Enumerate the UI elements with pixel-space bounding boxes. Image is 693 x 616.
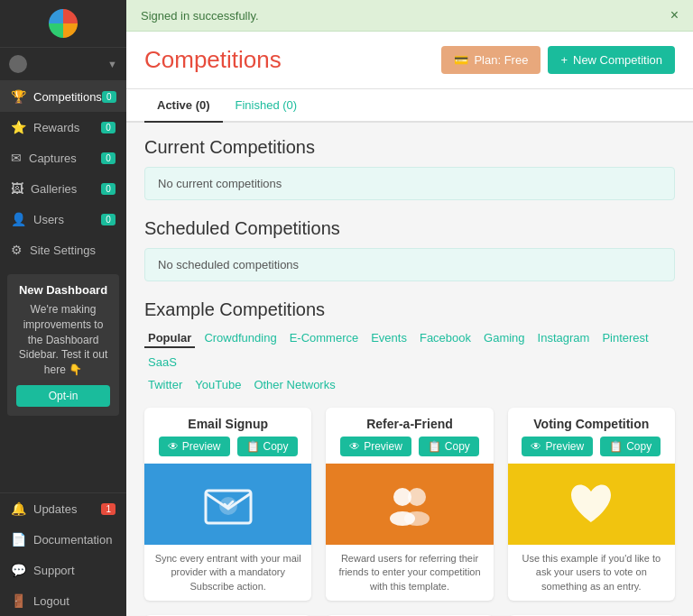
sidebar-item-label: Users (33, 213, 64, 226)
main-content: Signed in successfully. × Competitions 💳… (126, 0, 693, 616)
card-description: Use this example if you'd like to ask yo… (508, 545, 675, 601)
eye-icon: 👁 (349, 440, 360, 453)
card-email-signup: Email Signup 👁 Preview 📋 Copy (144, 408, 311, 601)
eye-icon: 👁 (168, 440, 179, 453)
card-description: Reward users for referring their friends… (326, 545, 493, 601)
preview-label: Preview (545, 440, 584, 453)
plan-label: Plan: Free (474, 53, 528, 67)
app-logo-icon (49, 9, 78, 38)
rewards-icon: ⭐ (11, 120, 26, 134)
copy-icon: 📋 (609, 440, 623, 453)
updates-icon: 🔔 (11, 501, 26, 516)
preview-button[interactable]: 👁 Preview (340, 437, 411, 456)
sidebar-item-competitions[interactable]: 🏆 Competitions 0 (0, 81, 126, 112)
sidebar-item-rewards[interactable]: ⭐ Rewards 0 (0, 112, 126, 143)
filter-tab-other-networks[interactable]: Other Networks (250, 376, 338, 393)
sidebar-item-captures[interactable]: ✉ Captures 0 (0, 143, 126, 173)
filter-tab-popular[interactable]: Popular (144, 329, 195, 348)
sidebar-item-label: Competitions (33, 90, 102, 104)
preview-label: Preview (182, 440, 221, 453)
svg-point-5 (404, 511, 430, 526)
copy-button[interactable]: 📋 Copy (237, 437, 298, 456)
card-refer-a-friend: Refer-a-Friend 👁 Preview 📋 Copy (326, 408, 493, 601)
copy-button[interactable]: 📋 Copy (600, 437, 661, 456)
current-competitions-title: Current Competitions (144, 137, 675, 158)
alert-message: Signed in successfully. (141, 9, 259, 23)
opt-in-button[interactable]: Opt-in (16, 385, 110, 407)
scheduled-competitions-title: Scheduled Competitions (144, 218, 675, 239)
site-settings-icon: ⚙ (11, 243, 23, 257)
galleries-icon: 🖼 (11, 181, 23, 196)
sidebar-item-label: Captures (29, 152, 77, 165)
rewards-badge: 0 (101, 122, 116, 133)
sidebar-item-label: Galleries (31, 182, 77, 196)
content-header: Competitions 💳 Plan: Free + New Competit… (126, 32, 693, 89)
avatar (9, 55, 27, 73)
card-buttons: 👁 Preview 📋 Copy (508, 437, 675, 464)
filter-tab-pinterest[interactable]: Pinterest (598, 329, 651, 348)
sidebar-item-label: Rewards (33, 121, 79, 134)
filter-tab-youtube[interactable]: YouTube (191, 376, 245, 393)
plan-icon: 💳 (454, 53, 468, 67)
plus-icon: + (560, 53, 568, 67)
sidebar-bottom: 🔔 Updates 1 📄 Documentation 💬 Support 🚪 … (0, 492, 126, 616)
preview-button[interactable]: 👁 Preview (159, 437, 230, 456)
tab-active[interactable]: Active (0) (144, 89, 223, 123)
sidebar-item-users[interactable]: 👤 Users 0 (0, 204, 126, 234)
sidebar-item-support[interactable]: 💬 Support (0, 555, 126, 585)
support-icon: 💬 (11, 563, 26, 577)
sidebar-item-site-settings[interactable]: ⚙ Site Settings (0, 234, 126, 265)
sidebar-item-galleries[interactable]: 🖼 Galleries 0 (0, 173, 126, 204)
captures-icon: ✉ (11, 151, 22, 165)
filter-tab-events[interactable]: Events (367, 329, 411, 348)
sidebar-item-documentation[interactable]: 📄 Documentation (0, 524, 126, 555)
close-icon[interactable]: × (670, 7, 679, 23)
preview-button[interactable]: 👁 Preview (522, 437, 593, 456)
filter-tab-twitter[interactable]: Twitter (144, 376, 186, 393)
competitions-badge: 0 (102, 91, 116, 103)
sidebar-bottom-label: Updates (33, 502, 77, 516)
new-competition-label: New Competition (573, 53, 662, 67)
current-competitions-empty: No current competitions (144, 167, 675, 200)
preview-label: Preview (364, 440, 402, 453)
updates-badge: 1 (101, 503, 116, 515)
new-dashboard-box: New Dashboard We're making improvements … (7, 274, 119, 416)
filter-tab-ecommerce[interactable]: E-Commerce (286, 329, 363, 348)
card-buttons: 👁 Preview 📋 Copy (144, 437, 311, 464)
header-buttons: 💳 Plan: Free + New Competition (441, 46, 675, 74)
copy-label: Copy (263, 440, 289, 453)
svg-point-3 (408, 488, 426, 506)
filter-tab-gaming[interactable]: Gaming (480, 329, 529, 348)
copy-button[interactable]: 📋 Copy (419, 437, 479, 456)
copy-icon: 📋 (428, 440, 441, 453)
filter-tab-instagram[interactable]: Instagram (534, 329, 594, 348)
filter-tab-facebook[interactable]: Facebook (416, 329, 475, 348)
sidebar: ▼ 🏆 Competitions 0 ⭐ Rewards 0 ✉ Capture… (0, 0, 126, 616)
plan-button[interactable]: 💳 Plan: Free (441, 46, 541, 74)
filter-tab-crowdfunding[interactable]: Crowdfunding (200, 329, 280, 348)
tabs-bar: Active (0) Finished (0) (126, 89, 693, 123)
content-body: Current Competitions No current competit… (126, 123, 693, 616)
sidebar-user[interactable]: ▼ (0, 48, 126, 81)
filter-tab-saas[interactable]: SaaS (144, 354, 180, 371)
card-voting-competition: Voting Competition 👁 Preview 📋 Copy (508, 408, 675, 601)
card-image (508, 464, 675, 545)
card-buttons: 👁 Preview 📋 Copy (326, 437, 493, 464)
sidebar-item-updates[interactable]: 🔔 Updates 1 (0, 493, 126, 524)
new-competition-button[interactable]: + New Competition (548, 46, 675, 74)
card-description: Sync every entrant with your mail provid… (144, 545, 311, 601)
card-title: Email Signup (144, 408, 311, 437)
example-competitions-title: Example Competitions (144, 299, 675, 320)
card-title: Voting Competition (508, 408, 675, 437)
copy-label: Copy (445, 440, 470, 453)
logout-icon: 🚪 (11, 593, 26, 608)
sidebar-bottom-label: Support (33, 564, 75, 577)
example-competitions-grid: Email Signup 👁 Preview 📋 Copy (144, 408, 675, 616)
eye-icon: 👁 (531, 440, 541, 453)
tab-finished[interactable]: Finished (0) (223, 89, 310, 123)
users-badge: 0 (101, 214, 116, 225)
sidebar-bottom-label: Documentation (33, 533, 112, 547)
galleries-badge: 0 (101, 183, 116, 195)
sidebar-item-label: Site Settings (30, 244, 96, 257)
sidebar-item-logout[interactable]: 🚪 Logout (0, 585, 126, 616)
